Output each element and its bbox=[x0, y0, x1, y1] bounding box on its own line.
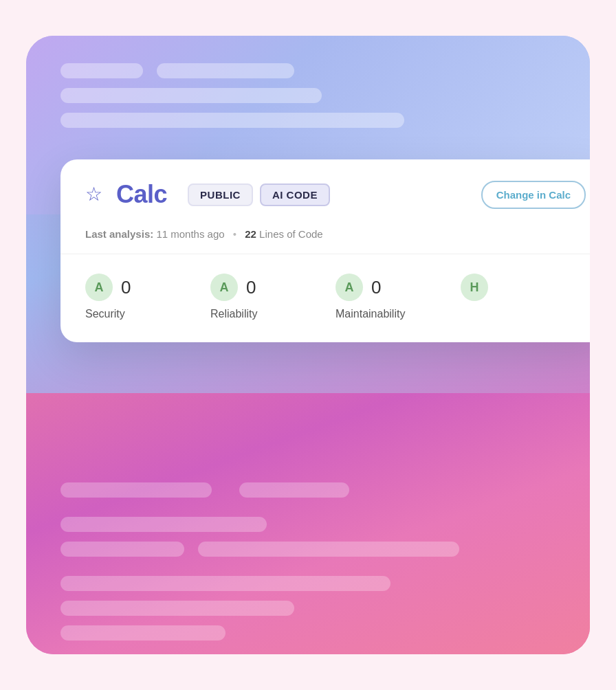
reliability-grade-row: A 0 bbox=[210, 274, 256, 301]
bottom-skeleton-5 bbox=[60, 576, 390, 591]
maintainability-grade-badge: A bbox=[336, 274, 363, 301]
bottom-skeleton-4b bbox=[198, 542, 459, 557]
public-badge: PUBLIC bbox=[188, 183, 253, 206]
main-container: ☆ Calc PUBLIC AI CODE Change in Calc Las… bbox=[26, 36, 590, 654]
skeleton-line-4 bbox=[60, 113, 404, 128]
reliability-label: Reliability bbox=[210, 308, 257, 320]
maintainability-grade-row: A 0 bbox=[336, 274, 381, 301]
maintainability-value: 0 bbox=[371, 277, 381, 298]
maintainability-label: Maintainability bbox=[336, 308, 405, 320]
bottom-skeleton-7 bbox=[60, 625, 226, 641]
badge-group: PUBLIC AI CODE bbox=[188, 183, 330, 206]
extra-grade-row: H bbox=[461, 274, 488, 301]
skeleton-line-3 bbox=[60, 88, 322, 103]
reliability-value: 0 bbox=[246, 277, 256, 298]
analysis-time-value: 11 months ago bbox=[156, 228, 224, 240]
extra-metric: H bbox=[461, 274, 586, 320]
card-meta: Last analysis: 11 months ago • 22 Lines … bbox=[60, 228, 590, 254]
reliability-metric: A 0 Reliability bbox=[210, 274, 336, 320]
ai-code-badge: AI CODE bbox=[260, 183, 330, 206]
bottom-section bbox=[26, 393, 590, 654]
security-metric: A 0 Security bbox=[85, 274, 210, 320]
metrics-row: A 0 Security A 0 Reliability A 0 Main bbox=[60, 254, 590, 342]
security-value: 0 bbox=[121, 277, 131, 298]
lines-count: 22 bbox=[245, 228, 256, 240]
bottom-skeleton-6 bbox=[60, 601, 294, 616]
star-icon[interactable]: ☆ bbox=[85, 185, 102, 204]
security-label: Security bbox=[85, 308, 125, 320]
skeleton-line-1 bbox=[60, 63, 143, 78]
separator-dot: • bbox=[233, 228, 236, 240]
maintainability-metric: A 0 Maintainability bbox=[336, 274, 461, 320]
bottom-skeleton-2 bbox=[239, 482, 349, 498]
reliability-grade-badge: A bbox=[210, 274, 238, 301]
card-header: ☆ Calc PUBLIC AI CODE Change in Calc bbox=[60, 159, 590, 228]
last-analysis-label: Last analysis: bbox=[85, 228, 153, 240]
lines-of-code-label: Lines of Code bbox=[259, 228, 323, 240]
project-title: Calc bbox=[116, 180, 167, 209]
bottom-skeleton-4a bbox=[60, 542, 184, 557]
skeleton-line-2 bbox=[157, 63, 294, 78]
bottom-skeleton-1 bbox=[60, 482, 212, 498]
project-card: ☆ Calc PUBLIC AI CODE Change in Calc Las… bbox=[60, 159, 590, 342]
extra-grade-badge: H bbox=[461, 274, 488, 301]
security-grade-row: A 0 bbox=[85, 274, 131, 301]
bottom-skeleton-3 bbox=[60, 517, 267, 532]
security-grade-badge: A bbox=[85, 274, 113, 301]
change-button[interactable]: Change in Calc bbox=[481, 181, 586, 209]
